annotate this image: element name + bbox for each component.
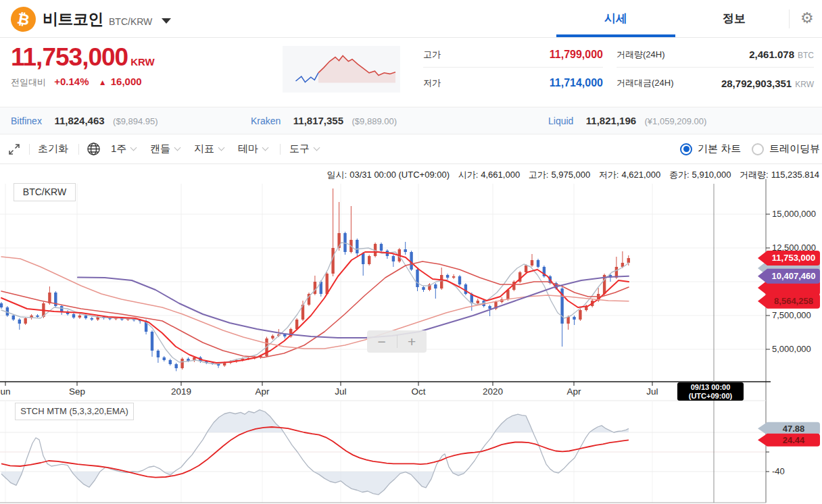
exchange-name: Kraken xyxy=(251,116,281,126)
amount-value: 28,792,903,351KRW xyxy=(721,78,814,89)
theme-select[interactable]: 테마 xyxy=(238,134,268,163)
tools-select[interactable]: 도구 xyxy=(289,134,319,163)
coin-pair: BTC/KRW xyxy=(109,16,152,27)
globe-icon xyxy=(87,142,101,156)
tooltip-timezone: (UTC+09:00) xyxy=(677,392,744,401)
coin-title[interactable]: ₿ 비트코인 BTC/KRW xyxy=(11,0,171,38)
svg-text:2020: 2020 xyxy=(483,386,503,397)
exchange-price: 11,817,355 xyxy=(293,115,343,126)
tab-market[interactable]: 시세 xyxy=(556,0,675,37)
date-label: 일시: xyxy=(327,170,347,180)
current-price-value: 11,753,000 xyxy=(11,43,128,71)
volume-value: 2,461.078BTC xyxy=(749,49,814,60)
svg-text:8,564,258: 8,564,258 xyxy=(774,296,813,306)
svg-text:10,407,460: 10,407,460 xyxy=(771,271,815,281)
stat-high: 고가 11,799,000 xyxy=(423,42,603,68)
zoom-in-button[interactable]: + xyxy=(397,330,427,353)
svg-text:Jul: Jul xyxy=(335,386,346,397)
radio-unselected-icon xyxy=(752,143,764,155)
svg-text:15,000,000: 15,000,000 xyxy=(772,209,816,219)
svg-text:11,753,000: 11,753,000 xyxy=(772,253,815,263)
svg-text:24.44: 24.44 xyxy=(783,435,805,445)
symbol-label-box: BTC/KRW xyxy=(14,183,76,201)
open-label: 시가: xyxy=(458,170,479,180)
up-arrow-icon: ▲ xyxy=(99,78,107,87)
exchange-name: Bitfinex xyxy=(11,116,42,126)
stat-low: 저가 11,714,000 xyxy=(423,70,603,96)
tooltip-date: 09/13 00:00 xyxy=(677,383,744,392)
globe-button[interactable] xyxy=(87,134,101,163)
svg-text:un: un xyxy=(0,386,10,397)
stat-volume: 거래량(24H) 2,461.078BTC xyxy=(616,42,814,68)
interval-select[interactable]: 1주 xyxy=(111,134,136,163)
current-price-unit: KRW xyxy=(130,56,155,68)
volume-label: 거래량: xyxy=(740,170,769,180)
close-label: 종가: xyxy=(669,170,690,180)
exchange-price: 11,821,196 xyxy=(586,115,636,126)
svg-text:Apr: Apr xyxy=(566,386,581,397)
exchange-converted: ($9,894.95) xyxy=(113,116,158,126)
exchange-bitfinex: Bitfinex 11,824,463 ($9,894.95) xyxy=(11,107,158,134)
exchange-kraken: Kraken 11,817,355 ($9,889.00) xyxy=(251,107,397,134)
price-summary: 11,753,000KRW 전일대비 +0.14% ▲ 16,000 고가 11… xyxy=(0,38,822,107)
tab-active-underline xyxy=(556,34,675,37)
svg-text:7,500,000: 7,500,000 xyxy=(772,310,811,320)
open-value: 4,661,000 xyxy=(481,170,520,180)
chart-toolbar: 초기화 1주 캔들 지표 테마 도구 기본 차트 트레이딩뷰 xyxy=(0,134,822,164)
change-amount: 16,000 xyxy=(111,76,142,87)
volume-unit: BTC xyxy=(798,51,814,60)
svg-text:Jul: Jul xyxy=(646,386,658,397)
prev-day-label: 전일대비 xyxy=(11,77,46,87)
low-value: 11,714,000 xyxy=(550,77,603,89)
exchange-name: Liquid xyxy=(548,116,573,126)
coin-name: 비트코인 xyxy=(43,9,103,30)
exchange-price: 11,824,463 xyxy=(54,115,104,126)
radio-selected-icon xyxy=(680,143,692,155)
indicator-label-box[interactable]: STCH MTM (5,3,3,20,EMA) xyxy=(15,403,134,420)
chevron-down-icon xyxy=(314,145,320,151)
svg-text:Sep: Sep xyxy=(69,386,85,397)
low-label: 저가 xyxy=(423,77,441,89)
svg-text:47.88: 47.88 xyxy=(783,424,805,434)
radio-tradingview-label: 트레이딩뷰 xyxy=(769,143,820,155)
exchange-converted: ($9,889.00) xyxy=(352,116,397,126)
zoom-controls: − + xyxy=(367,330,427,353)
crosshair-date-tooltip: 09/13 00:00 (UTC+09:00) xyxy=(677,382,744,401)
reset-button[interactable]: 초기화 xyxy=(38,134,68,163)
svg-text:-40: -40 xyxy=(772,466,785,476)
chevron-down-icon xyxy=(218,145,225,151)
svg-text:5,000,000: 5,000,000 xyxy=(772,344,811,354)
high-label: 고가 xyxy=(423,49,441,61)
tab-info[interactable]: 정보 xyxy=(683,0,785,37)
high-label: 고가: xyxy=(529,170,549,180)
volume-label: 거래량(24H) xyxy=(616,49,665,61)
radio-basic-chart[interactable]: 기본 차트 xyxy=(680,134,741,163)
ohlc-info-line: 일시:03/31 00:00 (UTC+09:00) 시가:4,661,000 … xyxy=(321,169,819,181)
gear-icon[interactable]: ⚙ xyxy=(800,9,814,27)
amount-unit: KRW xyxy=(795,80,814,89)
amount-label: 거래대금(24H) xyxy=(616,77,674,89)
fullscreen-button[interactable] xyxy=(8,134,20,163)
header-divider xyxy=(789,9,790,28)
close-value: 5,910,000 xyxy=(692,170,731,180)
radio-basic-chart-label: 기본 차트 xyxy=(698,143,741,155)
volume-value: 115,235.814 xyxy=(771,170,819,180)
price-change-row: 전일대비 +0.14% ▲ 16,000 xyxy=(11,76,142,89)
high-value: 11,799,000 xyxy=(550,49,603,61)
change-percent: +0.14% xyxy=(54,76,89,87)
radio-tradingview[interactable]: 트레이딩뷰 xyxy=(752,134,820,163)
zoom-out-button[interactable]: − xyxy=(367,330,397,353)
exchange-compare-bar: Bitfinex 11,824,463 ($9,894.95) Kraken 1… xyxy=(0,107,822,134)
svg-text:Oct: Oct xyxy=(411,386,425,397)
coin-dropdown-caret-icon[interactable] xyxy=(162,18,171,24)
candle-type-select[interactable]: 캔들 xyxy=(150,134,180,163)
indicator-select[interactable]: 지표 xyxy=(194,134,224,163)
chevron-down-icon xyxy=(130,145,137,151)
low-label: 저가: xyxy=(599,170,619,180)
stat-amount: 거래대금(24H) 28,792,903,351KRW xyxy=(616,70,814,96)
low-value: 4,621,000 xyxy=(621,170,660,180)
current-price: 11,753,000KRW xyxy=(11,43,155,72)
header: ₿ 비트코인 BTC/KRW 시세 정보 ⚙ xyxy=(0,0,822,38)
chevron-down-icon xyxy=(174,145,181,151)
bitcoin-logo-icon: ₿ xyxy=(9,4,38,33)
